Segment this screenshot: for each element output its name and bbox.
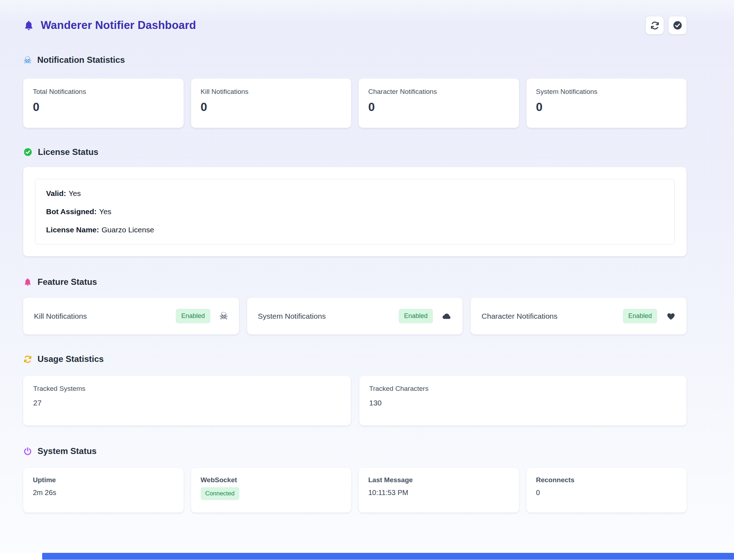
field-value: Yes (99, 207, 111, 216)
feature-label: Kill Notifications (34, 312, 87, 321)
stat-value: 0 (536, 100, 677, 114)
section-title: Feature Status (38, 277, 97, 287)
websocket-status-badge: Connected (201, 487, 239, 500)
system-label: WebSocket (201, 476, 342, 484)
skull-crossbones-icon: ☠ (23, 55, 32, 65)
field-label: Valid: (46, 189, 66, 197)
system-value: 0 (536, 489, 677, 497)
usage-value: 130 (369, 399, 677, 407)
license-valid-row: Valid:Yes (46, 189, 664, 198)
license-details-box: Valid:Yes Bot Assigned:Yes License Name:… (35, 179, 675, 244)
confirm-button[interactable] (669, 16, 686, 34)
horizontal-scrollbar (0, 553, 734, 560)
stat-label: Character Notifications (368, 88, 509, 96)
refresh-button[interactable] (646, 16, 664, 34)
feature-label: Character Notifications (481, 312, 557, 321)
stat-label: System Notifications (536, 88, 677, 96)
cloud-icon (442, 311, 452, 321)
sync-icon (23, 355, 32, 364)
power-icon (23, 447, 32, 456)
feature-status-group: Enabled (399, 309, 452, 323)
system-label: Reconnects (536, 476, 677, 484)
skull-crossbones-icon: ☠ (219, 311, 228, 321)
usage-card-tracked-characters: Tracked Characters 130 (359, 376, 687, 425)
section-system-status-header: System Status (23, 445, 686, 457)
bell-icon (23, 20, 34, 31)
page-title: Wanderer Notifier Dashboard (41, 19, 196, 32)
feature-card-character-notifications: Character Notifications Enabled (471, 298, 686, 334)
sync-icon (650, 21, 660, 30)
check-circle-icon (673, 20, 683, 30)
section-title: System Status (38, 446, 96, 456)
heart-icon (666, 311, 676, 321)
stat-label: Kill Notifications (201, 88, 342, 96)
notification-stats-grid: Total Notifications 0 Kill Notifications… (23, 79, 686, 128)
system-value: 2m 26s (33, 489, 174, 497)
section-title: License Status (38, 147, 98, 157)
title-group: Wanderer Notifier Dashboard (23, 19, 196, 32)
horizontal-scrollbar-thumb[interactable] (42, 553, 734, 560)
section-notification-statistics-header: ☠ Notification Statistics (23, 54, 686, 66)
bell-icon (23, 278, 32, 287)
stat-card-kill-notifications: Kill Notifications 0 (191, 79, 351, 128)
system-card-last-message: Last Message 10:11:53 PM (359, 468, 519, 513)
dashboard-page: Wanderer Notifier Dashboard (23, 0, 686, 513)
system-status-grid: Uptime 2m 26s WebSocket Connected Last M… (23, 468, 686, 513)
system-card-reconnects: Reconnects 0 (526, 468, 687, 513)
stat-card-character-notifications: Character Notifications 0 (359, 79, 519, 128)
system-value: 10:11:53 PM (368, 489, 509, 497)
section-title: Usage Statistics (38, 354, 104, 364)
feature-card-kill-notifications: Kill Notifications Enabled ☠ (23, 298, 239, 334)
stat-value: 0 (33, 100, 174, 114)
stat-value: 0 (368, 100, 509, 114)
usage-label: Tracked Characters (369, 385, 677, 393)
status-badge: Enabled (399, 309, 433, 323)
status-badge: Enabled (623, 309, 657, 323)
page-header: Wanderer Notifier Dashboard (23, 16, 686, 34)
section-usage-statistics-header: Usage Statistics (23, 353, 686, 365)
status-badge: Enabled (176, 309, 210, 323)
usage-value: 27 (33, 399, 341, 407)
license-bot-assigned-row: Bot Assigned:Yes (46, 207, 664, 216)
system-label: Last Message (368, 476, 509, 484)
feature-card-system-notifications: System Notifications Enabled (247, 298, 463, 334)
section-feature-status-header: Feature Status (23, 276, 686, 288)
field-label: License Name: (46, 226, 99, 234)
system-card-uptime: Uptime 2m 26s (23, 468, 184, 513)
system-label: Uptime (33, 476, 174, 484)
license-status-card: Valid:Yes Bot Assigned:Yes License Name:… (23, 167, 686, 256)
stat-card-total-notifications: Total Notifications 0 (23, 79, 184, 128)
stat-value: 0 (201, 100, 342, 114)
system-card-websocket: WebSocket Connected (191, 468, 351, 513)
section-title: Notification Statistics (37, 55, 125, 65)
stat-label: Total Notifications (33, 88, 174, 96)
feature-status-group: Enabled (623, 309, 676, 323)
feature-status-group: Enabled ☠ (176, 309, 228, 323)
header-buttons (646, 16, 686, 34)
stat-card-system-notifications: System Notifications 0 (526, 79, 687, 128)
section-license-status-header: License Status (23, 146, 686, 158)
usage-label: Tracked Systems (33, 385, 341, 393)
field-label: Bot Assigned: (46, 207, 97, 216)
license-name-row: License Name:Guarzo License (46, 226, 664, 234)
feature-status-grid: Kill Notifications Enabled ☠ System Noti… (23, 298, 686, 334)
check-circle-icon (23, 147, 33, 157)
field-value: Guarzo License (101, 226, 154, 234)
feature-label: System Notifications (258, 312, 326, 321)
usage-stats-grid: Tracked Systems 27 Tracked Characters 13… (23, 376, 686, 425)
usage-card-tracked-systems: Tracked Systems 27 (23, 376, 351, 425)
field-value: Yes (69, 189, 81, 197)
